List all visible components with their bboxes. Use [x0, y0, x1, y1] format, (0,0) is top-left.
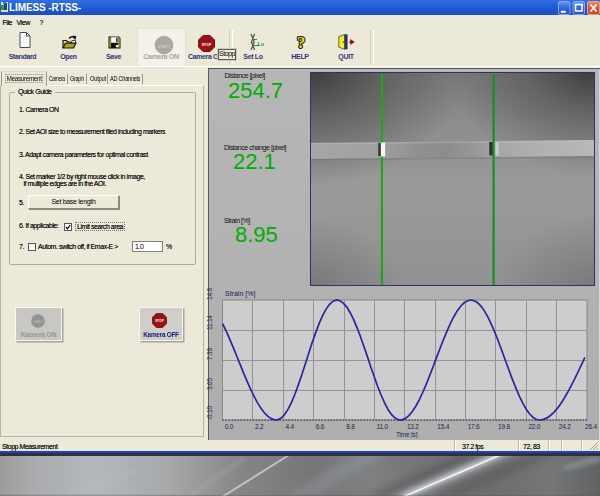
svg-text:26.4: 26.4 [585, 423, 597, 430]
svg-text:3.65: 3.65 [206, 378, 213, 390]
svg-text:2.2: 2.2 [255, 423, 264, 430]
svg-text:0.0: 0.0 [225, 423, 234, 430]
svg-text:4.4: 4.4 [285, 423, 294, 430]
svg-text:STOP: STOP [155, 319, 164, 323]
svg-text:6.6: 6.6 [316, 423, 325, 430]
svg-text:19.8: 19.8 [498, 423, 510, 430]
svg-text:-0.10: -0.10 [206, 406, 213, 420]
svg-text:11.0: 11.0 [377, 423, 389, 430]
svg-text:START: START [33, 319, 43, 323]
svg-text:7.39: 7.39 [206, 348, 213, 360]
svg-text:Lo: Lo [258, 41, 265, 47]
svg-text:24.2: 24.2 [559, 423, 571, 430]
svg-text:Strain [%]: Strain [%] [225, 290, 255, 298]
svg-text:?: ? [297, 34, 305, 51]
svg-text:14.89: 14.89 [206, 288, 213, 300]
svg-text:8.8: 8.8 [346, 423, 355, 430]
svg-text:15.4: 15.4 [437, 423, 449, 430]
svg-text:START: START [157, 43, 170, 48]
svg-text:STOP: STOP [202, 43, 212, 47]
svg-text:13.2: 13.2 [407, 423, 419, 430]
svg-text:17.6: 17.6 [468, 423, 480, 430]
svg-text:22.0: 22.0 [528, 423, 540, 430]
svg-text:11.14: 11.14 [206, 315, 213, 330]
svg-text:Time [s]: Time [s] [396, 431, 418, 438]
